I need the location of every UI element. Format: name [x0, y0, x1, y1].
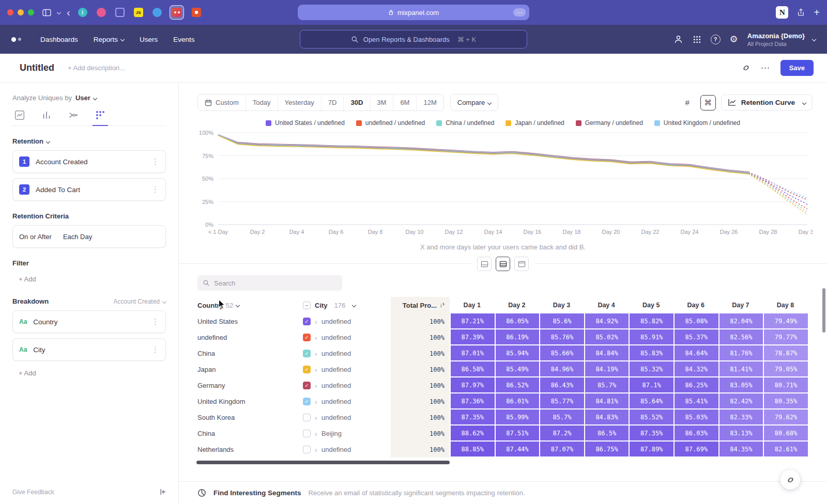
select-all-checkbox[interactable]: –: [303, 302, 311, 309]
mixpanel-logo[interactable]: [11, 37, 21, 42]
tab-favicon-red-icon[interactable]: [190, 6, 203, 19]
col-header-day[interactable]: Day 8: [763, 302, 808, 309]
new-tab-icon[interactable]: +: [814, 7, 820, 19]
tab-favicon-pink-icon[interactable]: [95, 6, 108, 19]
row-checkbox[interactable]: ✓: [303, 382, 311, 389]
col-header-day[interactable]: Day 5: [629, 302, 673, 309]
add-filter-button[interactable]: + Add: [12, 275, 36, 283]
tab-funnels-icon[interactable]: [41, 110, 52, 125]
col-header-total[interactable]: Total Pro...↓¹: [391, 297, 450, 313]
criteria-primary[interactable]: On or After: [19, 233, 52, 241]
tab-retention-icon[interactable]: [95, 110, 105, 125]
project-switcher[interactable]: Amazonia {Demo} All Project Data: [747, 32, 816, 47]
give-feedback-link[interactable]: Give Feedback: [12, 489, 54, 496]
table-search-input[interactable]: [214, 279, 328, 287]
share-link-floating-button[interactable]: [780, 470, 800, 490]
kebab-menu-icon[interactable]: ⋮: [151, 157, 159, 166]
address-bar-more-button[interactable]: ⋯: [513, 8, 526, 17]
retention-section-heading[interactable]: Retention: [12, 137, 166, 145]
kebab-menu-icon[interactable]: ⋮: [151, 345, 159, 354]
expand-chevron-icon[interactable]: ›: [315, 334, 317, 341]
criteria-secondary[interactable]: Each Day: [63, 233, 92, 241]
legend-item[interactable]: United States / undefined: [266, 119, 345, 127]
retention-step[interactable]: 2Added To Cart⋮: [12, 178, 166, 201]
date-range-12m[interactable]: 12M: [417, 94, 443, 111]
row-checkbox[interactable]: [303, 446, 311, 453]
col-header-day[interactable]: Day 6: [673, 302, 718, 309]
legend-item[interactable]: Japan / undefined: [506, 119, 564, 127]
chevron-down-icon[interactable]: [57, 11, 60, 14]
close-window-button[interactable]: [7, 9, 13, 15]
expand-chevron-icon[interactable]: ›: [315, 382, 317, 389]
user-report-icon[interactable]: [673, 35, 683, 44]
view-split-icon[interactable]: [496, 257, 510, 271]
breakdown-item[interactable]: AaCity⋮: [12, 338, 166, 361]
nav-item-reports[interactable]: Reports: [86, 36, 132, 43]
breakdown-item[interactable]: AaCountry⋮: [12, 310, 166, 333]
col-header-day[interactable]: Day 3: [539, 302, 584, 309]
col-header-day[interactable]: Day 1: [450, 302, 495, 309]
tab-favicon-js-icon[interactable]: JS: [132, 6, 145, 19]
view-chart-only-icon[interactable]: [477, 257, 492, 271]
back-icon[interactable]: ‹: [67, 7, 70, 19]
col-header-day[interactable]: Day 4: [584, 302, 629, 309]
date-range-today[interactable]: Today: [246, 94, 278, 111]
apps-grid-icon[interactable]: [693, 35, 701, 44]
row-checkbox[interactable]: ✓: [303, 366, 311, 373]
horizontal-scrollbar[interactable]: [196, 461, 450, 464]
expand-chevron-icon[interactable]: ›: [315, 414, 317, 421]
legend-item[interactable]: Germany / undefined: [576, 119, 643, 127]
address-bar[interactable]: mixpanel.com ⋯: [298, 5, 529, 20]
date-range-yesterday[interactable]: Yesterday: [278, 94, 321, 111]
row-checkbox[interactable]: ✓: [303, 350, 311, 357]
expand-chevron-icon[interactable]: ›: [315, 398, 317, 405]
tab-mixpanel-icon[interactable]: [170, 5, 184, 20]
expand-chevron-icon[interactable]: ›: [315, 366, 317, 373]
col-header-city[interactable]: – City176: [290, 302, 391, 309]
annotations-icon[interactable]: #: [680, 95, 695, 111]
row-checkbox[interactable]: ✓: [303, 318, 311, 325]
browser-sidebar-icon[interactable]: [42, 9, 51, 17]
analyze-entity-selector[interactable]: User: [75, 94, 97, 102]
notion-extension-icon[interactable]: N: [776, 6, 788, 19]
date-range-3m[interactable]: 3M: [370, 94, 393, 111]
chart-view-dropdown[interactable]: Retention Curve: [721, 94, 813, 111]
command-icon[interactable]: ⌘: [700, 95, 716, 111]
copy-link-icon[interactable]: [742, 64, 751, 72]
criteria-card[interactable]: On or After Each Day: [12, 225, 166, 248]
gear-icon[interactable]: ⚙: [730, 35, 738, 44]
expand-chevron-icon[interactable]: ›: [315, 446, 317, 453]
compare-button[interactable]: Compare: [450, 94, 498, 111]
segments-title[interactable]: Find Interesting Segments: [213, 489, 301, 497]
legend-item[interactable]: United Kingdom / undefined: [654, 119, 740, 127]
tab-insights-icon[interactable]: [14, 110, 25, 125]
vertical-scrollbar[interactable]: [822, 288, 825, 333]
table-search[interactable]: [197, 275, 342, 291]
retention-step[interactable]: 1Account Created⋮: [12, 150, 166, 173]
row-checkbox[interactable]: [303, 430, 311, 437]
nav-item-dashboards[interactable]: Dashboards: [33, 36, 86, 43]
kebab-menu-icon[interactable]: ⋮: [151, 317, 159, 326]
more-options-button[interactable]: ⋯: [761, 62, 770, 73]
col-header-day[interactable]: Day 2: [495, 302, 540, 309]
zoom-window-button[interactable]: [28, 9, 34, 15]
save-button[interactable]: Save: [780, 60, 814, 76]
expand-chevron-icon[interactable]: ›: [315, 318, 317, 325]
row-checkbox[interactable]: ✓: [303, 334, 311, 341]
date-range-custom[interactable]: Custom: [198, 94, 246, 111]
expand-chevron-icon[interactable]: ›: [315, 350, 317, 357]
page-title[interactable]: Untitled: [20, 62, 54, 73]
add-description-field[interactable]: + Add description...: [68, 64, 125, 72]
tab-favicon-info-icon[interactable]: i: [76, 6, 89, 19]
date-range-7d[interactable]: 7D: [321, 94, 344, 111]
date-range-30d[interactable]: 30D: [344, 94, 370, 111]
expand-chevron-icon[interactable]: ›: [315, 430, 317, 437]
legend-item[interactable]: China / undefined: [436, 119, 494, 127]
minimize-window-button[interactable]: [18, 9, 24, 15]
share-icon[interactable]: [797, 8, 805, 17]
add-breakdown-button[interactable]: + Add: [12, 369, 36, 377]
col-header-day[interactable]: Day 7: [718, 302, 763, 309]
tab-favicon-box-icon[interactable]: [114, 6, 126, 19]
view-table-only-icon[interactable]: [514, 257, 529, 271]
row-checkbox[interactable]: ✓: [303, 398, 311, 405]
